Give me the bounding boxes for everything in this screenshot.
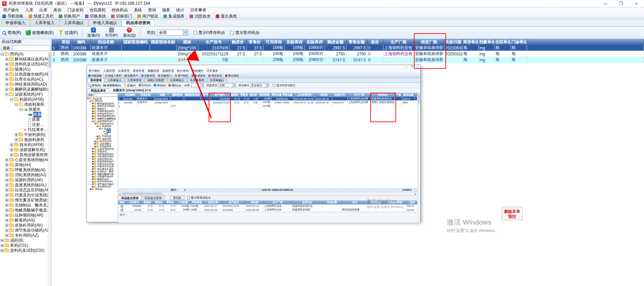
tab[interactable]: 入库单查询: [125, 78, 145, 82]
tree-expander-icon[interactable]: [92, 113, 94, 114]
column-header[interactable]: 入库单号: [126, 200, 142, 204]
tree-item[interactable]: 输液(A1): [0, 67, 48, 72]
tree-scrollbar[interactable]: [48, 52, 51, 286]
menu-item[interactable]: 门诊发药: [64, 7, 87, 13]
column-header[interactable]: 生产厂商: [383, 39, 414, 45]
column-header[interactable]: 失效日期: [444, 39, 462, 45]
column-header[interactable]: 类别: [60, 39, 72, 45]
column-header[interactable]: 供货单位: [292, 200, 323, 204]
tree-expander-icon[interactable]: [92, 115, 94, 117]
column-header[interactable]: 有效: [118, 200, 126, 204]
toolbar-button[interactable]: 切换用户: [56, 14, 83, 19]
column-header[interactable]: 存放位置: [323, 200, 341, 204]
menu-item[interactable]: 用户操作: [87, 69, 102, 73]
tab[interactable]: 入库单输入: [30, 19, 59, 26]
menu-item[interactable]: 系统维护: [190, 69, 205, 73]
table-row[interactable]: 3小计1152瓶: [118, 104, 417, 108]
column-header[interactable]: [52, 39, 60, 45]
tab[interactable]: 入库单确认: [59, 19, 88, 26]
tree-item[interactable]: 西药(A): [0, 52, 48, 57]
tree-expander-icon[interactable]: [87, 98, 89, 99]
tree-expander-icon[interactable]: [92, 156, 94, 157]
tree-expander-icon[interactable]: [5, 229, 8, 232]
column-header[interactable]: 批发金额: [402, 93, 415, 97]
tree-item[interactable]: 呼吸系统药物(AI): [0, 168, 48, 173]
maximize-button[interactable]: ❐: [409, 65, 415, 69]
maximize-button[interactable]: ❐: [613, 0, 629, 7]
column-header[interactable]: 可用库存: [263, 39, 284, 45]
tree-expander-icon[interactable]: [1, 239, 4, 242]
tree-expander-icon[interactable]: [5, 73, 8, 76]
search-button[interactable]: 搜索: [87, 93, 94, 97]
tree-item[interactable]: 皮肤科用药(AV): [0, 223, 48, 228]
tree-expander-icon[interactable]: [92, 105, 94, 107]
tree-expander-icon[interactable]: [5, 209, 8, 212]
menu-item[interactable]: 系统: [131, 7, 145, 13]
tree-expander-icon[interactable]: [92, 173, 94, 175]
tree-expander-icon[interactable]: [92, 171, 94, 173]
tree-expander-icon[interactable]: [5, 189, 8, 192]
scroll-right-icon[interactable]: ▶: [414, 193, 417, 195]
valid-checkbox-cell[interactable]: [118, 208, 126, 212]
scroll-left-icon[interactable]: ◀: [118, 193, 121, 195]
column-header[interactable]: 药品名称: [91, 39, 121, 45]
menu-item[interactable]: 特殊药品: [109, 7, 131, 13]
toolbar-button[interactable]: 退出系统: [213, 14, 239, 19]
menu-item[interactable]: 查询: [145, 7, 159, 13]
tree-expander-icon[interactable]: [5, 204, 8, 207]
column-header[interactable]: 生产批号: [198, 39, 229, 45]
column-header[interactable]: 批次: [407, 200, 419, 204]
query-button[interactable]: 查询(R): [2, 30, 21, 36]
column-header[interactable]: 原购价: [142, 200, 153, 204]
menu-item[interactable]: 统计查询: [175, 69, 190, 73]
tree-expander-icon[interactable]: [5, 88, 8, 91]
tree-expander-icon[interactable]: [5, 83, 8, 86]
column-header[interactable]: 国家医保名称: [184, 93, 201, 97]
query-button[interactable]: 退出(Q): [168, 84, 181, 87]
tree-expander-icon[interactable]: [10, 98, 13, 101]
tree-expander-icon[interactable]: [94, 141, 96, 142]
tree-item[interactable]: 麻醉药及麻醉辅助用: [0, 87, 48, 92]
column-header[interactable]: 零售价: [239, 93, 249, 97]
column-header[interactable]: 备注: [341, 200, 368, 204]
tree-expander-icon[interactable]: [5, 184, 8, 187]
tree-expander-icon[interactable]: [92, 161, 94, 162]
tree-item[interactable]: 电解质酸碱平衡及大: [0, 208, 48, 213]
tree-expander-icon[interactable]: [92, 110, 94, 112]
tree-expander-icon[interactable]: [97, 138, 98, 140]
tab[interactable]: 申领入库确认: [89, 19, 121, 26]
query-button[interactable]: 过滤(F): [58, 30, 78, 36]
toolbar-button[interactable]: 切换用户: [123, 74, 140, 78]
column-header[interactable]: 购进价: [230, 93, 239, 97]
toolbar-button[interactable]: 切换部门: [109, 14, 135, 19]
tree-expander-icon[interactable]: [10, 148, 13, 151]
table-row[interactable]: 1西药100398呋塞米片20mg*1002107N0527.527.5109瓶…: [52, 45, 644, 51]
tree-item[interactable]: 抗肿瘤药物(AR): [0, 213, 48, 218]
tree-expander-icon[interactable]: [92, 148, 94, 150]
query-button[interactable]: 打印(P): [105, 28, 118, 38]
tree-expander-icon[interactable]: [90, 100, 91, 102]
tree-expander-icon[interactable]: [92, 108, 94, 109]
column-header[interactable]: 库存数量: [258, 93, 271, 97]
scrollbar-thumb[interactable]: [122, 193, 162, 195]
tree-expander-icon[interactable]: [1, 249, 4, 252]
toolbar-button[interactable]: 切换系统: [83, 14, 109, 19]
tree-item[interactable]: 泌尿科用药(AK): [0, 178, 48, 183]
tree-expander-icon[interactable]: [10, 143, 13, 146]
column-header[interactable]: 国家医保: [170, 93, 184, 97]
tree-expander-icon[interactable]: [5, 224, 8, 227]
tab[interactable]: 药品库存查询: [122, 19, 155, 26]
menu-item[interactable]: 采购管理: [161, 69, 175, 73]
vertical-scrollbar[interactable]: [417, 93, 420, 223]
tab[interactable]: 库存查询: [88, 78, 104, 82]
query-button[interactable]: 查询(R): [88, 84, 101, 87]
column-header[interactable]: 住院单位: [494, 39, 511, 45]
column-header[interactable]: 差价: [367, 39, 383, 45]
tree-item[interactable]: 原料药及试剂(C02): [0, 248, 48, 253]
column-header[interactable]: 零售金额: [346, 39, 367, 45]
column-header[interactable]: 零售价: [164, 200, 176, 204]
tree-item[interactable]: 托拉: [87, 133, 118, 135]
tree-expander-icon[interactable]: [5, 234, 8, 237]
table-row[interactable]: 1100398呋塞米片20mg*100S2107N0527.527.59.815…: [118, 97, 417, 101]
tree-item[interactable]: 抗变态反应药物(AM: [0, 188, 48, 193]
